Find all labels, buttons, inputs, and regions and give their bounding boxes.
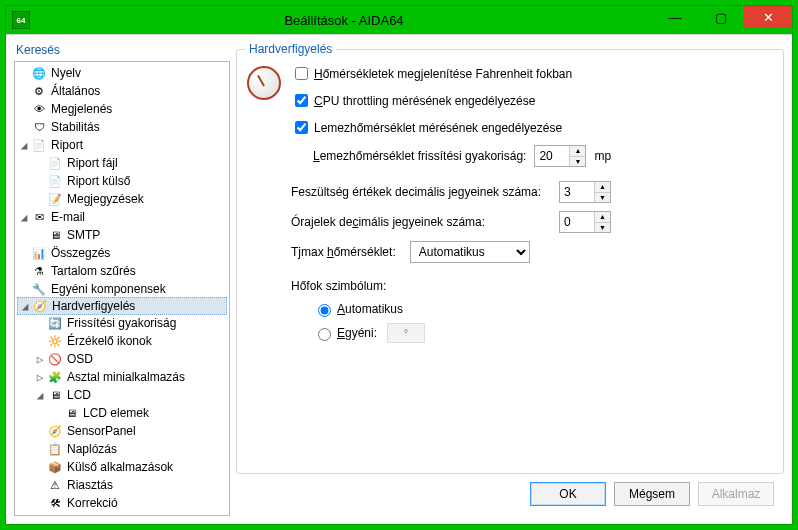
apply-button: Alkalmaz xyxy=(698,482,774,506)
tjmax-select[interactable]: Automatikus xyxy=(410,241,530,263)
tree-item-label: Megjelenés xyxy=(51,102,225,116)
disk-temp-label[interactable]: Lemezhőmérséklet mérésének engedélyezése xyxy=(314,121,562,135)
dialog-buttons: OK Mégsem Alkalmaz xyxy=(236,474,784,516)
minimize-button[interactable]: — xyxy=(652,6,698,28)
tree-item[interactable]: 📊Összegzés xyxy=(15,244,229,262)
tree-item[interactable]: 🛡Stabilitás xyxy=(15,118,229,136)
tree-item-label: SMTP xyxy=(67,228,225,242)
server-icon: 🖥 xyxy=(47,227,63,243)
tree-item-label: Általános xyxy=(51,84,225,98)
disk-temp-checkbox[interactable] xyxy=(295,121,308,134)
spin-down-icon[interactable]: ▼ xyxy=(595,223,610,233)
tree-item-label: Összegzés xyxy=(51,246,225,260)
tree-item-label: Riport külső xyxy=(67,174,225,188)
eye-icon: 👁 xyxy=(31,101,47,117)
cpu-throttle-label[interactable]: CPU throttling mérésének engedélyezése xyxy=(314,94,535,108)
degree-auto-radio[interactable] xyxy=(318,304,331,317)
tjmax-label: Tjmax hőmérséklet: xyxy=(291,245,396,259)
tree-item[interactable]: ⚙Általános xyxy=(15,82,229,100)
fahrenheit-checkbox[interactable] xyxy=(295,67,308,80)
refresh-icon: 🔄 xyxy=(47,315,63,331)
tree-item[interactable]: 🧭SensorPanel xyxy=(15,422,229,440)
disk-refresh-label: Lemezhőmérséklet frissítési gyakoriság: xyxy=(313,149,526,163)
tree-item-label: Naplózás xyxy=(67,442,225,456)
tree-item-label: Érzékelő ikonok xyxy=(67,334,225,348)
expand-toggle-icon[interactable]: ▷ xyxy=(33,353,47,366)
gear-icon: ⚙ xyxy=(31,83,47,99)
tree-item[interactable]: ◢🖥LCD xyxy=(15,386,229,404)
lcd-icon: 🖥 xyxy=(63,405,79,421)
cpu-throttle-checkbox[interactable] xyxy=(295,94,308,107)
warn-icon: ⚠ xyxy=(47,477,63,493)
spin-up-icon[interactable]: ▲ xyxy=(570,146,585,157)
shield-icon: 🛡 xyxy=(31,119,47,135)
degree-custom-input: ° xyxy=(387,323,425,343)
tree-item[interactable]: ◢📄Riport xyxy=(15,136,229,154)
titlebar[interactable]: 64 Beállítások - AIDA64 — ▢ ✕ xyxy=(6,6,792,34)
close-button[interactable]: ✕ xyxy=(744,6,792,28)
tree-item[interactable]: 📋Naplózás xyxy=(15,440,229,458)
file-icon: 📄 xyxy=(47,155,63,171)
gauge-icon: 🧭 xyxy=(47,423,63,439)
expand-toggle-icon[interactable]: ◢ xyxy=(17,139,31,152)
degree-custom-label[interactable]: Egyéni: xyxy=(337,326,377,340)
tree-item[interactable]: 📦Külső alkalmazások xyxy=(15,458,229,476)
tree-item[interactable]: ▷🧩Asztal minialkalmazás xyxy=(15,368,229,386)
tree-item[interactable]: 🔄Frissítési gyakoriság xyxy=(15,314,229,332)
expand-toggle-icon[interactable]: ▷ xyxy=(33,371,47,384)
tree-item[interactable]: ▷🚫OSD xyxy=(15,350,229,368)
tree-item[interactable]: ◢🧭Hardverfigyelés xyxy=(17,297,227,315)
tree-item-label: Riport fájl xyxy=(67,156,225,170)
gauge-icon: 🧭 xyxy=(32,298,48,314)
spin-up-icon[interactable]: ▲ xyxy=(595,182,610,193)
tree-item[interactable]: ⚗Tartalom szűrés xyxy=(15,262,229,280)
expand-toggle-icon[interactable]: ◢ xyxy=(33,389,47,402)
disk-refresh-spinner[interactable]: ▲▼ xyxy=(534,145,586,167)
app-icon: 64 xyxy=(12,11,30,29)
degree-custom-radio[interactable] xyxy=(318,328,331,341)
tree-item-label: Külső alkalmazások xyxy=(67,460,225,474)
left-panel: Keresés 🌐Nyelv⚙Általános👁Megjelenés🛡Stab… xyxy=(14,43,230,516)
tree-item[interactable]: 📄Riport fájl xyxy=(15,154,229,172)
tree-item[interactable]: 👁Megjelenés xyxy=(15,100,229,118)
tree-item-label: Nyelv xyxy=(51,66,225,80)
spin-down-icon[interactable]: ▼ xyxy=(570,157,585,167)
tree-item[interactable]: ⚠Riasztás xyxy=(15,476,229,494)
left-panel-title: Keresés xyxy=(14,43,230,61)
comp-icon: 🔧 xyxy=(31,281,47,297)
tree-item-label: LCD elemek xyxy=(83,406,225,420)
tree-item[interactable]: 🛠Korrekció xyxy=(15,494,229,512)
volt-digits-label: Feszültség értékek decimális jegyeinek s… xyxy=(291,185,551,199)
fahrenheit-label[interactable]: Hőmérsékletek megjelenítése Fahrenheit f… xyxy=(314,67,572,81)
ok-button[interactable]: OK xyxy=(530,482,606,506)
doc-icon: 📄 xyxy=(31,137,47,153)
clock-digits-spinner[interactable]: ▲▼ xyxy=(559,211,611,233)
cancel-button[interactable]: Mégsem xyxy=(614,482,690,506)
volt-digits-spinner[interactable]: ▲▼ xyxy=(559,181,611,203)
tree-item[interactable]: 🖥SMTP xyxy=(15,226,229,244)
degree-auto-label[interactable]: Automatikus xyxy=(337,302,403,316)
tree-item-label: SensorPanel xyxy=(67,424,225,438)
tree-item-label: Riasztás xyxy=(67,478,225,492)
disk-refresh-input[interactable] xyxy=(535,146,569,166)
spin-down-icon[interactable]: ▼ xyxy=(595,193,610,203)
tree-item[interactable]: ◢✉E-mail xyxy=(15,208,229,226)
tree-scroll[interactable]: 🌐Nyelv⚙Általános👁Megjelenés🛡Stabilitás◢📄… xyxy=(14,61,230,516)
tree-item[interactable]: 🌐Nyelv xyxy=(15,64,229,82)
ext-icon: 📦 xyxy=(47,459,63,475)
tree-item[interactable]: 🔆Érzékelő ikonok xyxy=(15,332,229,350)
tree-item-label: LCD xyxy=(67,388,225,402)
tree-item[interactable]: 🔧Egyéni komponensek xyxy=(15,280,229,298)
spin-up-icon[interactable]: ▲ xyxy=(595,212,610,223)
clock-digits-input[interactable] xyxy=(560,212,594,232)
tree-item[interactable]: 📝Megjegyzések xyxy=(15,190,229,208)
volt-digits-input[interactable] xyxy=(560,182,594,202)
maximize-button[interactable]: ▢ xyxy=(698,6,744,28)
tree-item[interactable]: 🖥LCD elemek xyxy=(15,404,229,422)
tree-item-label: Hardverfigyelés xyxy=(52,299,222,313)
expand-toggle-icon[interactable]: ◢ xyxy=(18,300,32,313)
gadget-icon: 🧩 xyxy=(47,369,63,385)
expand-toggle-icon[interactable]: ◢ xyxy=(17,211,31,224)
tree-item[interactable]: 📄Riport külső xyxy=(15,172,229,190)
globe-icon: 🌐 xyxy=(31,65,47,81)
